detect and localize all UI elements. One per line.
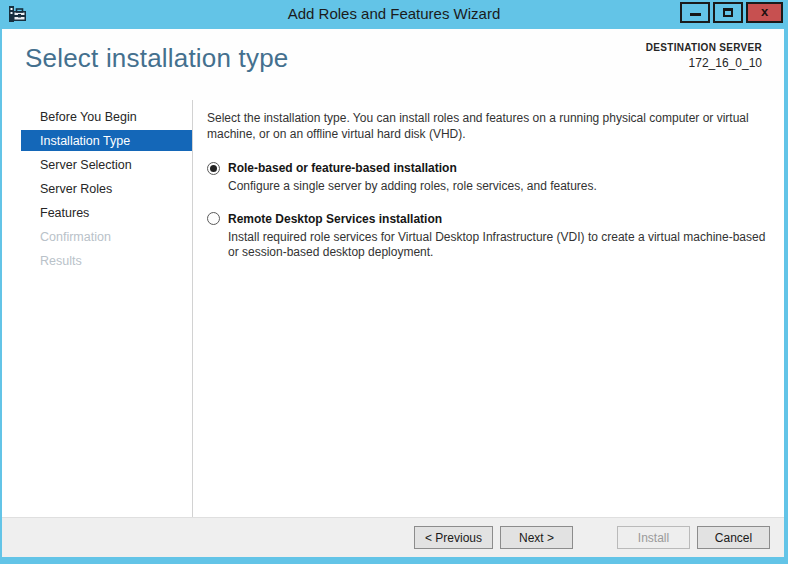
sidebar-item-label: Before You Begin xyxy=(40,110,137,124)
option-label: Remote Desktop Services installation xyxy=(228,212,442,226)
sidebar-item-label: Server Selection xyxy=(40,158,132,172)
destination-server-label: DESTINATION SERVER xyxy=(646,42,762,53)
installation-type-options: Role-based or feature-based installation… xyxy=(207,161,768,261)
sidebar-item-confirmation: Confirmation xyxy=(2,226,192,247)
minimize-icon xyxy=(690,13,701,16)
destination-server-value: 172_16_0_10 xyxy=(646,56,762,70)
wizard-footer: < Previous Next > Install Cancel xyxy=(2,517,784,557)
wizard-steps-sidebar: Before You Begin Installation Type Serve… xyxy=(2,100,193,517)
radio-remote-desktop-installation[interactable]: Remote Desktop Services installation xyxy=(207,212,768,226)
content-row: Before You Begin Installation Type Serve… xyxy=(2,100,784,517)
previous-button[interactable]: < Previous xyxy=(414,526,493,549)
title-bar: Add Roles and Features Wizard x xyxy=(0,0,788,29)
radio-role-based-installation[interactable]: Role-based or feature-based installation xyxy=(207,161,768,175)
option-description: Configure a single server by adding role… xyxy=(228,179,768,195)
wizard-window: Add Roles and Features Wizard x Select i… xyxy=(0,0,788,564)
caption-buttons: x xyxy=(677,2,783,23)
sidebar-item-label: Confirmation xyxy=(40,230,111,244)
close-icon: x xyxy=(761,5,768,18)
wizard-header: Select installation type DESTINATION SER… xyxy=(2,29,784,100)
maximize-button[interactable] xyxy=(713,2,743,23)
sidebar-item-server-roles[interactable]: Server Roles xyxy=(2,178,192,199)
sidebar-item-server-selection[interactable]: Server Selection xyxy=(2,154,192,175)
radio-unselected-icon xyxy=(207,212,220,225)
page-title: Select installation type xyxy=(25,43,289,74)
sidebar-item-label: Installation Type xyxy=(40,134,130,148)
sidebar-item-installation-type[interactable]: Installation Type xyxy=(21,130,192,151)
window-bottom-border xyxy=(0,557,788,564)
next-button[interactable]: Next > xyxy=(500,526,573,549)
option-role-based: Role-based or feature-based installation… xyxy=(207,161,768,195)
maximize-icon xyxy=(723,8,733,17)
sidebar-item-label: Features xyxy=(40,206,89,220)
intro-text: Select the installation type. You can in… xyxy=(207,111,768,142)
sidebar-item-label: Results xyxy=(40,254,82,268)
window-title: Add Roles and Features Wizard xyxy=(0,5,788,22)
sidebar-item-features[interactable]: Features xyxy=(2,202,192,223)
radio-selected-icon xyxy=(207,162,220,175)
sidebar-item-label: Server Roles xyxy=(40,182,112,196)
minimize-button[interactable] xyxy=(680,2,710,23)
close-button[interactable]: x xyxy=(746,2,783,23)
option-description: Install required role services for Virtu… xyxy=(228,230,768,261)
sidebar-item-results: Results xyxy=(2,250,192,271)
window-body: Select installation type DESTINATION SER… xyxy=(0,29,788,557)
wizard-content: Select the installation type. You can in… xyxy=(193,100,784,517)
option-label: Role-based or feature-based installation xyxy=(228,161,457,175)
destination-server-block: DESTINATION SERVER 172_16_0_10 xyxy=(646,42,762,70)
cancel-button[interactable]: Cancel xyxy=(697,526,770,549)
sidebar-item-before-you-begin[interactable]: Before You Begin xyxy=(2,106,192,127)
option-remote-desktop: Remote Desktop Services installation Ins… xyxy=(207,212,768,261)
install-button: Install xyxy=(617,526,690,549)
